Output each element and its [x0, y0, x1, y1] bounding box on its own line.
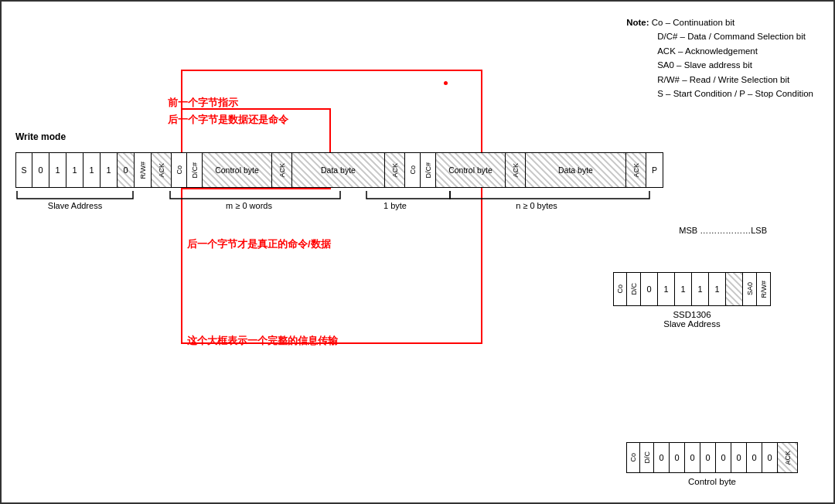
- sa-caption1: SSD1306: [613, 310, 771, 319]
- m-words-label: m ≥ 0 words: [170, 201, 328, 210]
- co2-label: Co: [408, 164, 418, 176]
- protocol-row: S 0 1 1 1 1 0 R/W# ACK Co D/C# Control b…: [15, 152, 663, 188]
- s-cell: S: [15, 152, 32, 188]
- sa-dc-label: D/C: [630, 283, 638, 295]
- bit-1: 1: [49, 152, 66, 188]
- co2-cell: Co: [405, 152, 421, 188]
- data-byte-2-label: Data byte: [558, 165, 593, 175]
- bit-2: 1: [66, 152, 84, 188]
- data-byte-2: Data byte: [526, 152, 626, 188]
- sa-caption2: Slave Address: [613, 319, 771, 329]
- ack5-cell: ACK: [626, 152, 646, 188]
- cb-bit-5: 0: [731, 442, 747, 473]
- control-byte-1: Control byte: [203, 152, 272, 188]
- slave-address-label: Slave Address: [15, 201, 135, 210]
- s-label: S: [21, 165, 26, 175]
- sa-co-cell: Co: [613, 272, 627, 306]
- chinese-bottom: 这个大框表示一个完整的信息传输: [187, 334, 338, 348]
- cb-bit-4: 0: [716, 442, 731, 473]
- control-byte-diagram: Co D/C 0 0 0 0 0 0 0 0 ACK Control byte: [626, 442, 798, 486]
- write-mode-label: Write mode: [15, 131, 66, 142]
- cb-caption: Control byte: [626, 477, 798, 486]
- data-byte-1: Data byte: [292, 152, 385, 188]
- co1-cell: Co: [172, 152, 187, 188]
- ack4-label: ACK: [511, 162, 520, 179]
- sa-bit-0: 0: [641, 272, 658, 306]
- sa-sa0-cell: SA0: [743, 272, 757, 306]
- notes-title: Note:: [626, 18, 649, 27]
- cb-bit-0: 0: [654, 442, 670, 473]
- control-byte-2-label: Control byte: [448, 165, 492, 175]
- note-dc: D/C# – Data / Command Selection bit: [657, 32, 806, 41]
- sa-dc-cell: D/C: [627, 272, 641, 306]
- ack4-cell: ACK: [506, 152, 526, 188]
- control-byte-2: Control byte: [436, 152, 506, 188]
- sa-bit-1: 1: [658, 272, 675, 306]
- cb-ack-label: ACK: [784, 451, 792, 465]
- ack3-cell: ACK: [385, 152, 405, 188]
- cb-co-label: Co: [629, 453, 637, 462]
- cb-bit-2: 0: [685, 442, 700, 473]
- sa-co-label: Co: [616, 284, 624, 294]
- cb-dc-cell: D/C: [640, 442, 654, 473]
- cb-ack-cell: ACK: [778, 442, 798, 473]
- msb-lsb-label: MSB ………………LSB: [679, 226, 767, 235]
- ack1-cell: ACK: [152, 152, 172, 188]
- rw-label: R/W#: [138, 160, 148, 181]
- note-co: Co – Continuation bit: [652, 18, 734, 27]
- data-byte-1-label: Data byte: [321, 165, 356, 175]
- main-container: Note: Co – Continuation bit D/C# – Data …: [2, 2, 835, 504]
- bit-3: 1: [84, 152, 101, 188]
- sa-bit-3: 1: [692, 272, 709, 306]
- sa-sa0-label: SA0: [746, 282, 754, 295]
- ack1-label: ACK: [157, 162, 166, 179]
- cb-bit-3: 0: [700, 442, 716, 473]
- ack3-label: ACK: [390, 162, 400, 179]
- one-byte-label: 1 byte: [353, 201, 438, 210]
- sa-bit-2: 1: [675, 272, 692, 306]
- sa-bit-4: 1: [709, 272, 726, 306]
- co1-label: Co: [175, 164, 184, 176]
- cb-co-cell: Co: [626, 442, 640, 473]
- bit-4: 1: [101, 152, 118, 188]
- sa-rw-cell: R/W#: [757, 272, 771, 306]
- note-sa0: SA0 – Slave address bit: [657, 60, 752, 70]
- bit-5-hatched: 0: [118, 152, 135, 188]
- ack2-cell: ACK: [272, 152, 292, 188]
- sa-bit-5: [726, 272, 743, 306]
- p-cell: P: [646, 152, 663, 188]
- sa-rw-label: R/W#: [760, 281, 768, 298]
- cb-bit-1: 0: [670, 442, 685, 473]
- slave-addr-diagram: Co D/C 0 1 1 1 1 SA0 R/W# SSD1306 Slave …: [613, 272, 771, 329]
- chinese-middle: 后一个字节才是真正的命令/数据: [187, 237, 331, 251]
- n-bytes-label: n ≥ 0 bytes: [436, 201, 637, 210]
- dc2-cell: D/C#: [421, 152, 436, 188]
- cb-bit-6: 0: [747, 442, 762, 473]
- cb-dc-label: D/C: [643, 451, 651, 464]
- note-s: S – Start Condition / P – Stop Condition: [657, 89, 813, 98]
- cb-bit-7: 0: [762, 442, 778, 473]
- red-dot: [444, 81, 448, 85]
- dc2-label: D/C#: [424, 161, 433, 180]
- note-rw: R/W# – Read / Write Selection bit: [657, 75, 789, 84]
- bit-0: 0: [32, 152, 49, 188]
- note-ack: ACK – Acknowledgement: [657, 46, 758, 56]
- notes-section: Note: Co – Continuation bit D/C# – Data …: [626, 15, 813, 100]
- p-label: P: [652, 165, 657, 175]
- dc1-label: D/C#: [190, 161, 199, 180]
- ack5-label: ACK: [632, 162, 641, 179]
- ack2-label: ACK: [278, 162, 287, 179]
- dc1-cell: D/C#: [187, 152, 203, 188]
- rw-cell: R/W#: [135, 152, 152, 188]
- control-byte-1-label: Control byte: [215, 165, 259, 175]
